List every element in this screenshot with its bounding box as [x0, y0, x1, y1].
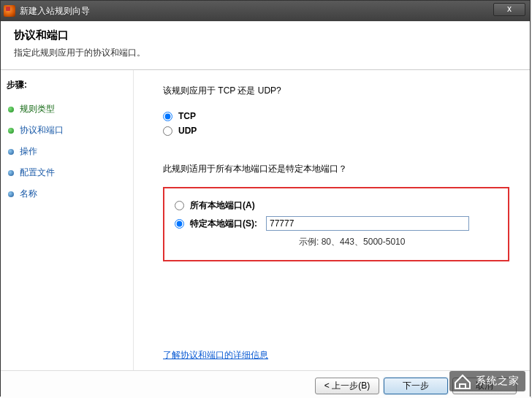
step-label: 操作: [20, 145, 37, 158]
port-example: 示例: 80、443、5000-5010: [299, 236, 498, 248]
step-profile[interactable]: 配置文件: [7, 162, 127, 183]
wizard-window: 新建入站规则向导 x 协议和端口 指定此规则应用于的协议和端口。 步骤: 规则类…: [0, 0, 531, 397]
step-name[interactable]: 名称: [7, 183, 127, 204]
highlight-box: 所有本地端口(A) 特定本地端口(S): 示例: 80、443、5000-501…: [163, 187, 509, 261]
bullet-icon: [8, 170, 14, 176]
firewall-icon: [4, 5, 15, 17]
radio-all-ports[interactable]: [175, 201, 184, 210]
bullet-icon: [8, 149, 14, 155]
radio-specific-ports-row: 特定本地端口(S):: [175, 214, 498, 233]
learn-more-link[interactable]: 了解协议和端口的详细信息: [163, 349, 268, 361]
footer: < 上一步(B) 下一步 取消: [1, 370, 530, 398]
radio-tcp-row: TCP: [163, 109, 509, 123]
step-protocol-port[interactable]: 协议和端口: [7, 120, 127, 141]
radio-specific-ports[interactable]: [175, 219, 184, 229]
radio-tcp[interactable]: [163, 112, 172, 121]
header: 协议和端口 指定此规则应用于的协议和端口。: [1, 21, 530, 70]
step-label: 规则类型: [20, 103, 55, 115]
page-subtitle: 指定此规则应用于的协议和端口。: [14, 47, 517, 59]
next-button[interactable]: 下一步: [384, 378, 448, 394]
all-ports-label[interactable]: 所有本地端口(A): [190, 199, 255, 212]
sidebar: 步骤: 规则类型 协议和端口 操作 配置文件 名称: [1, 70, 134, 370]
bullet-icon: [8, 191, 14, 197]
port-question: 此规则适用于所有本地端口还是特定本地端口？: [163, 163, 509, 175]
radio-all-ports-row: 所有本地端口(A): [175, 197, 498, 214]
bullet-icon: [8, 128, 14, 134]
step-action[interactable]: 操作: [7, 141, 127, 162]
step-label: 名称: [20, 188, 37, 200]
tcp-label[interactable]: TCP: [178, 111, 196, 121]
cancel-button[interactable]: 取消: [452, 378, 517, 394]
step-rule-type[interactable]: 规则类型: [7, 99, 127, 120]
bullet-icon: [8, 107, 14, 112]
back-button[interactable]: < 上一步(B): [315, 378, 379, 394]
steps-heading: 步骤:: [7, 79, 127, 91]
window-title: 新建入站规则向导: [20, 5, 90, 18]
udp-label[interactable]: UDP: [178, 126, 197, 136]
protocol-question: 该规则应用于 TCP 还是 UDP?: [163, 85, 509, 97]
radio-udp[interactable]: [163, 126, 172, 136]
step-label: 配置文件: [20, 167, 55, 179]
titlebar: 新建入站规则向导 x: [1, 1, 530, 21]
content: 该规则应用于 TCP 还是 UDP? TCP UDP 此规则适用于所有本地端口还…: [134, 70, 530, 370]
port-input[interactable]: [266, 216, 469, 231]
body: 步骤: 规则类型 协议和端口 操作 配置文件 名称 该: [1, 70, 530, 370]
page-title: 协议和端口: [14, 28, 517, 42]
close-button[interactable]: x: [493, 3, 525, 16]
step-label: 协议和端口: [20, 124, 64, 137]
radio-udp-row: UDP: [163, 123, 509, 138]
specific-ports-label[interactable]: 特定本地端口(S):: [190, 218, 257, 230]
